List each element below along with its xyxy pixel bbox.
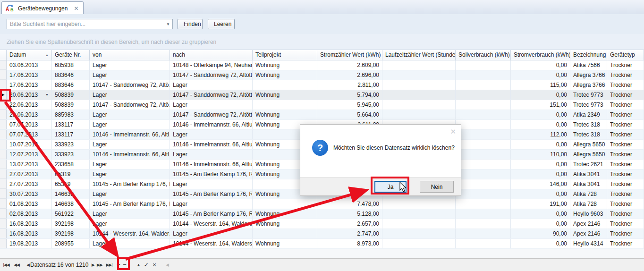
- cell-sv[interactable]: 151,00: [511, 100, 570, 110]
- cell-nach[interactable]: Lager: [170, 150, 253, 159]
- cell-bez[interactable]: Allegra 3766: [570, 70, 607, 80]
- cell-von[interactable]: Lager: [90, 120, 170, 129]
- cell-von[interactable]: Lager: [90, 70, 170, 80]
- row-indicator[interactable]: [0, 239, 7, 248]
- cell-bez[interactable]: Allegra 5650: [570, 140, 607, 149]
- cell-datum[interactable]: 10.07.2013: [7, 140, 52, 149]
- cell-bez[interactable]: Allegra 3766: [570, 80, 607, 90]
- cell-von[interactable]: Lager: [90, 169, 170, 179]
- cell-tp[interactable]: Wohnung: [253, 60, 317, 70]
- cell-nr[interactable]: 561922: [52, 209, 90, 219]
- cell-nach[interactable]: 10144 - Weserstr. 164, Waldersh...: [170, 239, 253, 248]
- cell-sz[interactable]: 7.478,00: [317, 199, 382, 209]
- cell-lz[interactable]: [382, 70, 456, 80]
- row-indicator[interactable]: [0, 80, 7, 90]
- cell-nach[interactable]: 10147 - Sanddornweg 72, Altötting: [170, 110, 253, 119]
- cell-datum[interactable]: 20.06.2013▼: [7, 90, 52, 100]
- cell-nr[interactable]: 233658: [52, 160, 90, 169]
- cell-typ[interactable]: Trockner: [607, 199, 644, 209]
- cell-soll[interactable]: [456, 179, 511, 189]
- cell-bez[interactable]: Trotec 9773: [570, 100, 607, 110]
- cell-von[interactable]: 10146 - Immelmannstr. 66, Altl...: [90, 130, 170, 139]
- cell-sv[interactable]: 0,00: [511, 209, 570, 219]
- table-row[interactable]: ▶20.06.2013▼508839Lager10147 - Sanddornw…: [0, 90, 644, 100]
- yes-button[interactable]: Ja: [374, 181, 407, 193]
- cell-sv[interactable]: 115,00: [511, 80, 570, 90]
- cell-soll[interactable]: [456, 189, 511, 199]
- cell-lz[interactable]: [382, 209, 456, 219]
- clear-button[interactable]: Leeren: [208, 19, 235, 29]
- cell-datum[interactable]: 01.08.2013: [7, 199, 52, 209]
- cell-nach[interactable]: 10146 - Immelmannstr. 66, Altluß...: [170, 120, 253, 129]
- cell-sv[interactable]: 0,00: [511, 120, 570, 129]
- table-row[interactable]: 01.08.201314663810145 - Am Berler Kamp 1…: [0, 199, 644, 209]
- cell-bez[interactable]: Apex 2146: [570, 219, 607, 229]
- cell-typ[interactable]: Trockner: [607, 169, 644, 179]
- cell-soll[interactable]: [456, 80, 511, 90]
- nav-last-button[interactable]: ▶▶|: [105, 261, 113, 269]
- cell-typ[interactable]: Trockner: [607, 189, 644, 199]
- cell-lz[interactable]: [382, 219, 456, 229]
- cell-tp[interactable]: Wohnung: [253, 110, 317, 119]
- cell-sv[interactable]: 0,00: [511, 219, 570, 229]
- cell-sz[interactable]: 2.609,00: [317, 60, 382, 70]
- column-header-typ[interactable]: Gerätetyp: [607, 50, 644, 60]
- cell-nr[interactable]: 65319: [52, 179, 90, 189]
- cell-lz[interactable]: [382, 80, 456, 90]
- column-header-nr[interactable]: Geräte Nr.: [52, 50, 90, 60]
- cell-datum[interactable]: 30.07.2013: [7, 189, 52, 199]
- cell-lz[interactable]: [382, 90, 456, 100]
- cell-nach[interactable]: 10145 - Am Berler Kamp 176, Röd...: [170, 169, 253, 179]
- cell-soll[interactable]: [456, 199, 511, 209]
- cell-nach[interactable]: Lager: [170, 80, 253, 90]
- cell-lz[interactable]: [382, 229, 456, 238]
- cell-nr[interactable]: 392198: [52, 229, 90, 238]
- cell-nach[interactable]: 10145 - Am Berler Kamp 176, Röd...: [170, 209, 253, 219]
- cell-sz[interactable]: 5.945,00: [317, 100, 382, 110]
- cell-soll[interactable]: [456, 110, 511, 119]
- table-row[interactable]: 16.08.201339219810144 - Weserstr. 164, W…: [0, 229, 644, 239]
- cell-bez[interactable]: Heyllo 4314: [570, 239, 607, 248]
- cell-sv[interactable]: 0,00: [511, 140, 570, 149]
- cell-von[interactable]: Lager: [90, 140, 170, 149]
- cell-bez[interactable]: Atika 3041: [570, 169, 607, 179]
- cell-nach[interactable]: 10146 - Immelmannstr. 66, Altluß...: [170, 160, 253, 169]
- row-indicator[interactable]: [0, 120, 7, 129]
- cell-nach[interactable]: Lager: [170, 199, 253, 209]
- row-indicator[interactable]: [0, 169, 7, 179]
- column-header-nach[interactable]: nach: [170, 50, 253, 60]
- cell-nach[interactable]: 10147 - Sanddornweg 72, Altötting: [170, 70, 253, 80]
- no-button[interactable]: Nein: [420, 181, 454, 193]
- nav-first-button[interactable]: |◀◀: [2, 261, 10, 269]
- table-row[interactable]: 03.06.2013685938Lager10148 - Offerkämpe …: [0, 60, 644, 70]
- cell-datum[interactable]: 07.07.2013: [7, 120, 52, 129]
- row-indicator[interactable]: [0, 110, 7, 119]
- row-indicator[interactable]: [0, 60, 7, 70]
- cell-von[interactable]: 10146 - Immelmannstr. 66, Altl...: [90, 150, 170, 159]
- column-header-soll[interactable]: Sollverbrauch (kWh): [456, 50, 511, 60]
- nav-edit-button[interactable]: ▲: [134, 261, 143, 269]
- cell-bez[interactable]: Heyllo 9603: [570, 209, 607, 219]
- cell-soll[interactable]: [456, 160, 511, 169]
- cell-sv[interactable]: 0,00: [511, 110, 570, 119]
- column-header-sz[interactable]: Stromzähler Wert (kWh): [317, 50, 382, 60]
- cell-nr[interactable]: 508839: [52, 100, 90, 110]
- column-header-datum[interactable]: Datum▲: [7, 50, 52, 60]
- cell-lz[interactable]: [382, 239, 456, 248]
- cell-sz[interactable]: 8.973,00: [317, 239, 382, 248]
- date-dropdown-icon[interactable]: ▼: [45, 90, 49, 100]
- row-indicator[interactable]: [0, 140, 7, 149]
- search-input[interactable]: [7, 21, 164, 27]
- cell-nach[interactable]: Lager: [170, 229, 253, 238]
- cell-sv[interactable]: 112,00: [511, 130, 570, 139]
- cell-bez[interactable]: Atika 728: [570, 199, 607, 209]
- cell-typ[interactable]: Trockner: [607, 80, 644, 90]
- cell-soll[interactable]: [456, 120, 511, 129]
- cell-von[interactable]: 10144 - Weserstr. 164, Walder...: [90, 229, 170, 238]
- cell-tp[interactable]: Wohnung: [253, 209, 317, 219]
- cell-von[interactable]: 10147 - Sanddornweg 72, Altö...: [90, 80, 170, 90]
- cell-von[interactable]: Lager: [90, 110, 170, 119]
- cell-nr[interactable]: 685938: [52, 60, 90, 70]
- cell-nach[interactable]: 10144 - Weserstr. 164, Waldersh...: [170, 219, 253, 229]
- cell-typ[interactable]: Trockner: [607, 90, 644, 100]
